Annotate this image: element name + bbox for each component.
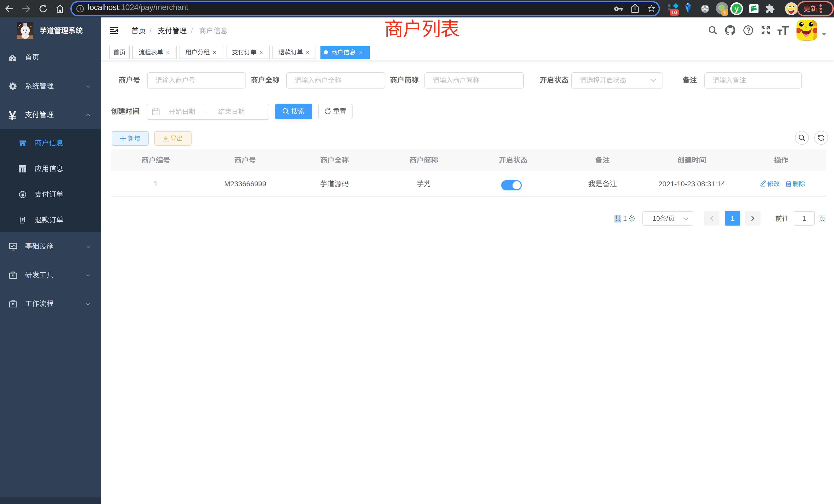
- svg-text:y: y: [734, 5, 739, 13]
- svg-text:1: 1: [723, 9, 726, 15]
- svg-text:10: 10: [671, 9, 677, 15]
